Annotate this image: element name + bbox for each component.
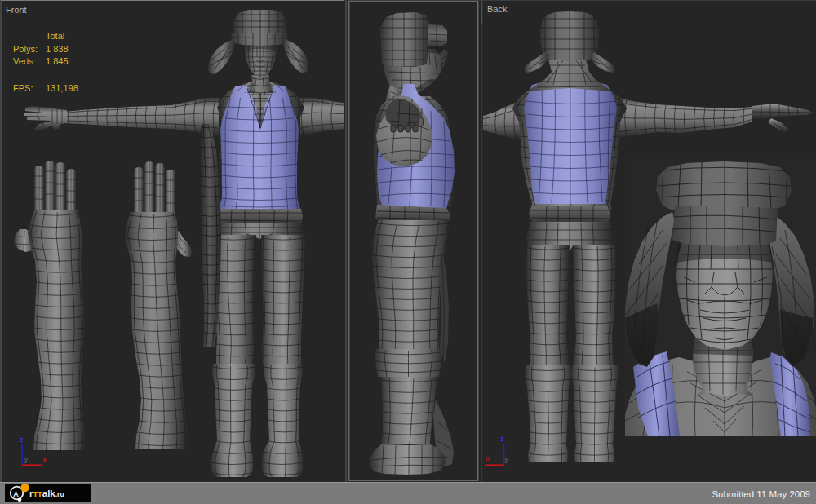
svg-text:x: x [42,455,47,463]
svg-text:z: z [500,435,504,443]
svg-text:Verts:: Verts: [13,56,36,66]
svg-text:Submitted 11 May 2009: Submitted 11 May 2009 [712,489,810,499]
svg-text:Back: Back [487,4,508,14]
svg-text:A: A [13,490,19,498]
svg-text:x: x [486,454,490,462]
svg-text:FPS:: FPS: [13,83,33,93]
svg-text:1 845: 1 845 [46,56,69,66]
svg-text:rттalk.ru: rттalk.ru [29,489,64,498]
svg-text:y: y [24,455,29,463]
svg-text:z: z [20,435,24,444]
svg-text:Total: Total [46,31,64,41]
svg-text:y: y [504,455,508,463]
svg-text:Polys:: Polys: [13,44,38,54]
svg-text:1 838: 1 838 [46,44,69,54]
svg-text:131,198: 131,198 [46,83,78,93]
svg-text:Front: Front [6,5,27,15]
